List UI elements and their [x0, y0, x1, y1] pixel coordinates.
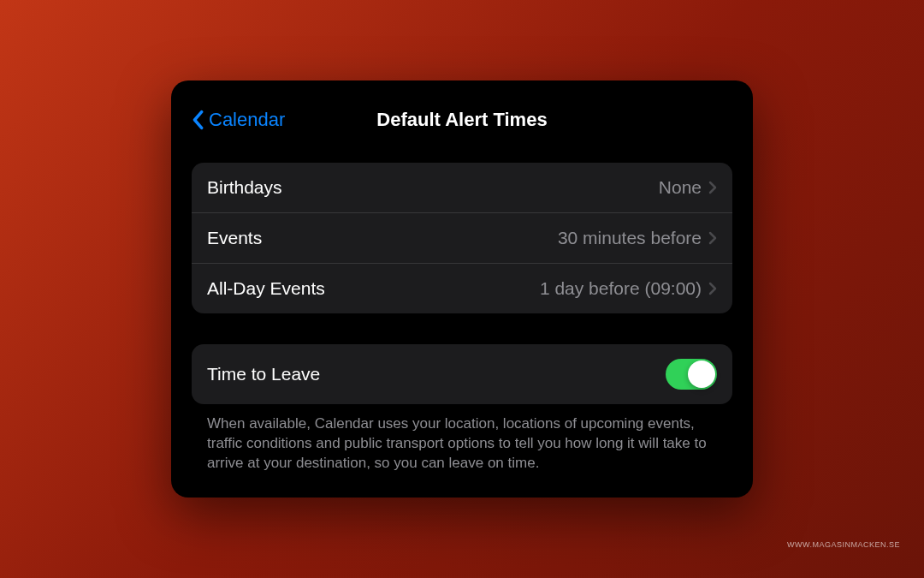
page-title: Default Alert Times [376, 109, 547, 131]
all-day-events-row[interactable]: All-Day Events 1 day before (09:00) [192, 263, 732, 313]
row-label: Events [207, 228, 262, 248]
alert-times-section: Birthdays None Events 30 minutes before … [192, 163, 732, 313]
time-to-leave-section: Time to Leave [192, 344, 732, 404]
row-label: Time to Leave [207, 364, 320, 384]
back-button[interactable]: Calendar [192, 109, 285, 131]
events-row[interactable]: Events 30 minutes before [192, 212, 732, 263]
header-bar: Calendar Default Alert Times [192, 101, 732, 139]
row-right: None [659, 177, 717, 198]
chevron-right-icon [708, 231, 717, 245]
row-value: None [659, 177, 702, 198]
chevron-left-icon [192, 110, 204, 130]
row-label: Birthdays [207, 177, 282, 198]
settings-panel: Calendar Default Alert Times Birthdays N… [171, 80, 753, 498]
row-right: 30 minutes before [558, 228, 717, 248]
chevron-right-icon [708, 181, 717, 194]
time-to-leave-row: Time to Leave [192, 344, 732, 404]
row-value: 30 minutes before [558, 228, 702, 248]
row-right: 1 day before (09:00) [540, 278, 717, 299]
toggle-knob [688, 361, 715, 388]
chevron-right-icon [708, 282, 717, 295]
section-footer-text: When available, Calendar uses your locat… [192, 404, 732, 474]
time-to-leave-toggle[interactable] [666, 359, 717, 390]
birthdays-row[interactable]: Birthdays None [192, 163, 732, 212]
back-label: Calendar [209, 109, 285, 131]
row-value: 1 day before (09:00) [540, 278, 702, 299]
row-label: All-Day Events [207, 278, 325, 299]
watermark: WWW.MAGASINMACKEN.SE [787, 540, 900, 549]
